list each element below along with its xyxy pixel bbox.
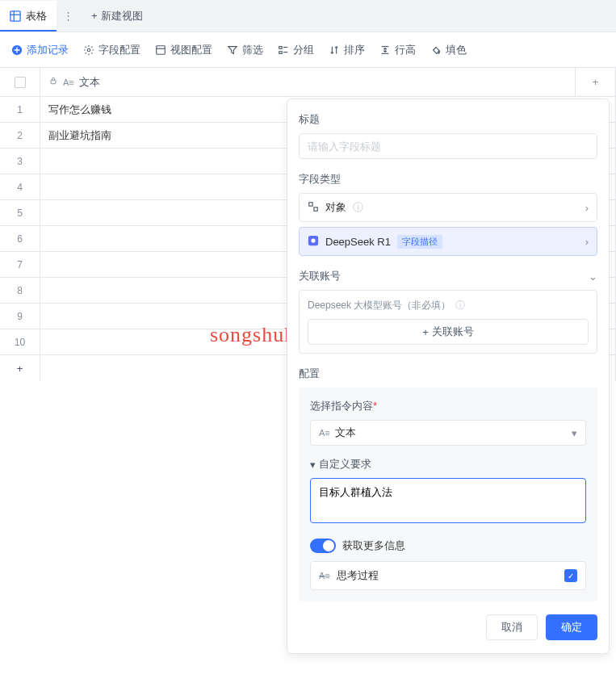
type-option-object[interactable]: 对象 ⓘ › [299, 193, 597, 222]
lock-icon [48, 76, 58, 88]
row-number: 9 [0, 304, 40, 329]
title-label: 标题 [299, 112, 597, 127]
account-box: Deepseek 大模型账号（非必填） ⓘ + 关联账号 [299, 290, 597, 354]
svg-rect-0 [10, 10, 20, 20]
field-badge: 字段描径 [397, 235, 442, 249]
svg-rect-7 [279, 46, 283, 48]
svg-rect-13 [51, 80, 56, 84]
checkbox-checked-icon: ✓ [564, 569, 577, 582]
toolbar: 添加记录 字段配置 视图配置 筛选 分组 排序 行高 填色 [0, 32, 616, 68]
svg-point-17 [311, 238, 315, 242]
layout-icon [155, 44, 166, 56]
plus-icon: + [422, 326, 429, 338]
new-view-label: 新建视图 [101, 9, 143, 23]
group-icon [278, 44, 289, 56]
more-info-row: 获取更多信息 [310, 539, 586, 553]
row-height-icon [379, 44, 391, 56]
sort-icon [329, 44, 340, 56]
field-type-label: 字段类型 [299, 172, 597, 187]
custom-requirement-input[interactable] [310, 478, 586, 523]
chevron-right-icon: › [585, 236, 589, 248]
info-icon: ⓘ [353, 200, 363, 215]
row-number: 8 [0, 278, 40, 303]
grid-icon [10, 10, 21, 22]
tab-table[interactable]: 表格 [0, 1, 57, 31]
instruction-select[interactable]: A≡ 文本 ▾ [310, 420, 586, 446]
row-number: 3 [0, 149, 40, 174]
add-record-button[interactable]: 添加记录 [11, 43, 69, 57]
row-number: 1 [0, 97, 40, 122]
instruction-label: 选择指令内容* [310, 399, 586, 413]
more-info-toggle[interactable] [310, 539, 336, 553]
svg-rect-15 [314, 207, 317, 210]
table-header-row: A≡ 文本 + [0, 68, 616, 97]
text-strikethrough-icon: A≡ [319, 571, 330, 581]
field-config-button[interactable]: 字段配置 [83, 43, 140, 57]
group-button[interactable]: 分组 [278, 43, 314, 57]
panel-footer: 取消 确定 [299, 614, 597, 640]
object-icon [308, 201, 319, 215]
account-section-header[interactable]: 关联账号 ⌄ [299, 269, 597, 283]
chevron-down-icon: ⌄ [589, 270, 597, 283]
row-number: 7 [0, 252, 40, 277]
type-option-deepseek[interactable]: DeepSeek R1 字段描径 › [299, 227, 597, 256]
title-input[interactable] [299, 133, 597, 159]
column-header-text[interactable]: A≡ 文本 [40, 68, 576, 96]
confirm-button[interactable]: 确定 [546, 614, 597, 640]
caret-down-icon: ▾ [572, 427, 577, 439]
row-number: 4 [0, 174, 40, 199]
row-height-button[interactable]: 行高 [379, 43, 416, 57]
plus-circle-icon [11, 44, 23, 56]
account-desc: Deepseek 大模型账号（非必填） ⓘ [308, 299, 589, 312]
text-type-icon: A≡ [319, 428, 330, 438]
plus-icon: + [0, 355, 40, 381]
link-account-button[interactable]: + 关联账号 [308, 319, 589, 345]
field-config-panel: 标题 字段类型 对象 ⓘ › DeepSeek R1 字段描径 › 关联账号 ⌄ [287, 98, 610, 654]
chevron-right-icon: › [585, 202, 589, 214]
view-config-button[interactable]: 视图配置 [155, 43, 212, 57]
filter-button[interactable]: 筛选 [227, 43, 263, 57]
tab-more-icon[interactable]: ⋮ [57, 10, 80, 22]
config-label: 配置 [299, 367, 597, 381]
svg-point-4 [87, 48, 90, 52]
cancel-button[interactable]: 取消 [486, 614, 538, 640]
ai-icon [308, 235, 319, 249]
funnel-icon [227, 44, 238, 56]
think-process-option[interactable]: A≡ 思考过程 ✓ [310, 561, 586, 590]
checkbox-icon [15, 77, 26, 88]
custom-requirement-toggle[interactable]: ▾ 自定义要求 [310, 457, 586, 472]
caret-down-icon: ▾ [310, 459, 316, 471]
column-label: 文本 [79, 75, 100, 90]
gear-icon [83, 44, 94, 56]
row-number: 5 [0, 200, 40, 225]
paint-icon [430, 44, 442, 56]
tab-label: 表格 [26, 9, 47, 23]
more-info-label: 获取更多信息 [342, 539, 405, 553]
new-view-button[interactable]: + 新建视图 [80, 9, 154, 23]
text-type-icon: A≡ [63, 78, 74, 87]
select-all-cell[interactable] [0, 68, 40, 96]
row-number: 10 [0, 329, 40, 354]
info-icon: ⓘ [455, 299, 465, 312]
view-tabs: 表格 ⋮ + 新建视图 [0, 0, 616, 32]
row-number: 2 [0, 123, 40, 148]
add-column-button[interactable]: + [576, 68, 616, 96]
fill-button[interactable]: 填色 [430, 43, 467, 57]
row-number: 6 [0, 226, 40, 251]
sort-button[interactable]: 排序 [329, 43, 365, 57]
plus-icon: + [91, 10, 98, 22]
svg-rect-14 [309, 202, 312, 205]
config-box: 选择指令内容* A≡ 文本 ▾ ▾ 自定义要求 获取更多信息 A≡ [299, 388, 597, 601]
svg-rect-8 [279, 51, 283, 53]
svg-rect-5 [157, 45, 166, 54]
